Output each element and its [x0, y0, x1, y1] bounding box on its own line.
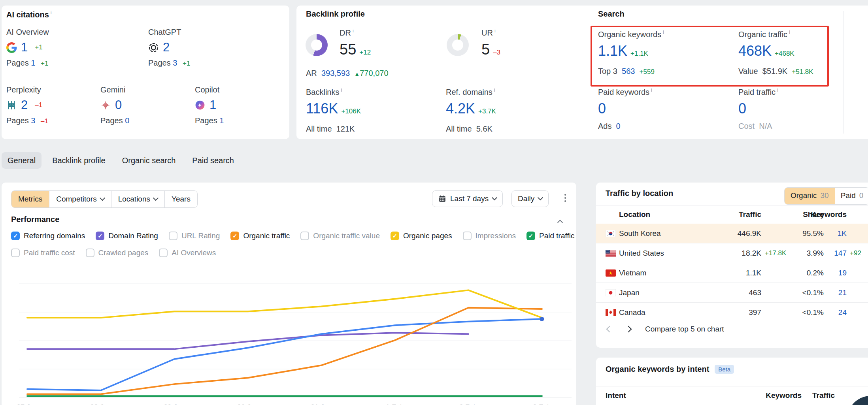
checkbox-unchecked-icon — [86, 249, 94, 257]
ai-item-value-row: 2–1 — [6, 98, 97, 112]
ai-citation-item-perplexity: Perplexity2–1Pages 3 –1 — [6, 85, 97, 125]
granularity-button[interactable]: Daily — [511, 190, 549, 207]
tab-backlink-profile[interactable]: Backlink profile — [46, 152, 111, 169]
ai-item-label: ChatGPT — [148, 28, 239, 37]
date-range-button[interactable]: Last 7 days — [432, 190, 503, 207]
location-keywords-link[interactable]: 1K — [824, 229, 847, 238]
compare-top5-button[interactable]: Compare top 5 on chart — [645, 325, 724, 333]
ur-block: URi 5–3 — [481, 28, 618, 61]
metric-checkbox-url-rating[interactable]: URL Rating — [169, 232, 220, 240]
metric-checkbox-paid-traffic-cost[interactable]: Paid traffic cost — [11, 249, 75, 257]
pages-link[interactable]: 3 — [173, 58, 177, 67]
location-traffic: 397 — [709, 308, 761, 317]
segment-metrics[interactable]: Metrics — [11, 191, 49, 207]
segment-competitors[interactable]: Competitors — [49, 191, 111, 207]
x-axis-label: 28 Jan — [90, 403, 111, 405]
top3-link[interactable]: 563 — [622, 67, 635, 75]
backlinks-block: Backlinksi 116K+106K All time 121K — [306, 87, 442, 134]
metric-checkbox-paid-traffic[interactable]: ✓Paid traffic — [526, 232, 574, 240]
location-traffic: 1.1K — [709, 269, 761, 277]
metric-checkbox-organic-pages[interactable]: ✓Organic pages — [391, 232, 452, 240]
location-keywords-link[interactable]: 19 — [824, 269, 847, 277]
more-options-kebab-icon[interactable] — [564, 194, 566, 202]
metric-checkbox-domain-rating[interactable]: ✓Domain Rating — [96, 232, 158, 240]
x-axis-label: 27 Jan — [17, 403, 38, 405]
x-axis-label: 3 Feb — [533, 403, 551, 405]
metric-checkbox-row: Paid traffic costCrawled pagesAI Overvie… — [11, 249, 216, 257]
metric-checkbox-referring-domains[interactable]: ✓Referring domains — [11, 232, 85, 240]
metric-checkbox-impressions[interactable]: Impressions — [463, 232, 516, 240]
flag-vn-icon — [606, 269, 619, 277]
x-axis-label: 1 Feb — [386, 403, 404, 405]
prev-page-icon[interactable] — [606, 326, 613, 333]
pages-link[interactable]: 1 — [219, 116, 224, 125]
location-traffic: 18.2K — [709, 249, 761, 258]
metric-checkbox-row: ✓Referring domains✓Domain RatingURL Rati… — [11, 232, 574, 240]
x-axis-label: 30 Jan — [237, 403, 259, 405]
pages-link[interactable]: 0 — [125, 116, 129, 125]
pages-link[interactable]: 1 — [31, 58, 35, 67]
beta-badge: Beta — [715, 365, 734, 374]
organic-paid-toggle: Organic30Paid0 — [784, 187, 868, 205]
info-icon[interactable]: i — [494, 87, 495, 93]
tab-general[interactable]: General — [2, 152, 42, 169]
location-row-vietnam: Vietnam1.1K0.2%19 — [596, 263, 868, 283]
tab-organic-search[interactable]: Organic search — [116, 152, 182, 169]
section-divider — [588, 11, 588, 134]
ai-item-label: Gemini — [100, 85, 191, 94]
metric-checkbox-crawled-pages[interactable]: Crawled pages — [86, 249, 149, 257]
location-pagination: Compare top 5 on chart — [607, 325, 724, 333]
chevron-down-icon — [492, 195, 497, 200]
checkbox-checked-icon: ✓ — [526, 232, 535, 240]
ai-citations-title: AI citationsi — [6, 9, 52, 19]
ai-item-label: Copilot — [195, 85, 286, 94]
segment-label: Locations — [118, 191, 150, 207]
info-icon[interactable]: i — [789, 29, 790, 35]
chevron-down-icon — [538, 195, 543, 200]
location-traffic-delta: +17.8K — [761, 249, 798, 257]
metric-checkbox-organic-traffic-value[interactable]: Organic traffic value — [300, 232, 380, 240]
checkbox-unchecked-icon — [159, 249, 168, 257]
flag-kr-icon — [606, 230, 619, 237]
info-icon[interactable]: i — [51, 9, 52, 15]
segment-label: Years — [172, 191, 191, 207]
series-line-organic-traffic — [27, 308, 542, 394]
flag-ca-icon — [606, 309, 619, 316]
ai-item-pages: Pages 1 +1 — [6, 58, 97, 68]
location-name: Japan — [619, 288, 709, 297]
ahrefs-rank: AR 393,593 ▲770,070 — [306, 69, 389, 78]
toggle-paid[interactable]: Paid0 — [835, 188, 868, 204]
metric-checkbox-ai-overviews[interactable]: AI Overviews — [159, 249, 216, 257]
ads-link[interactable]: 0 — [616, 122, 621, 130]
info-icon[interactable]: i — [777, 87, 778, 93]
pages-link[interactable]: 3 — [31, 116, 35, 125]
ai-item-pages: Pages 0 — [100, 116, 191, 125]
metric-label: Organic traffic value — [313, 232, 380, 240]
toggle-organic[interactable]: Organic30 — [785, 188, 835, 204]
info-icon[interactable]: i — [494, 28, 496, 34]
intent-table-header: Intent Keywords Traffic — [596, 386, 868, 405]
location-share: 0.2% — [798, 269, 824, 277]
perplexity-icon — [6, 100, 17, 111]
flag-jp-icon — [606, 289, 619, 296]
x-axis-label: 31 Jan — [311, 403, 332, 405]
ai-item-pages: Pages 1 — [195, 116, 286, 125]
segment-years[interactable]: Years — [164, 191, 197, 207]
ai-item-value: 2 — [21, 98, 28, 112]
metric-checkbox-organic-traffic[interactable]: ✓Organic traffic — [230, 232, 290, 240]
collapse-chevron-up-icon[interactable] — [557, 220, 563, 225]
location-keywords-link[interactable]: 24 — [824, 308, 847, 317]
info-icon[interactable]: i — [341, 87, 342, 93]
tab-paid-search[interactable]: Paid search — [186, 152, 240, 169]
dr-donut-chart — [306, 34, 328, 56]
ai-citation-item-ai-overview: AI Overview1+1Pages 1 +1 — [6, 28, 97, 68]
info-icon[interactable]: i — [663, 29, 664, 35]
location-keywords-link[interactable]: 147 — [824, 249, 847, 258]
segment-locations[interactable]: Locations — [111, 191, 164, 207]
location-keywords-link[interactable]: 21 — [824, 288, 847, 297]
info-icon[interactable]: i — [353, 28, 354, 34]
next-page-icon[interactable] — [625, 326, 632, 333]
metric-label: Organic pages — [403, 232, 452, 240]
ai-citation-item-chatgpt: ChatGPT2Pages 3 +1 — [148, 28, 239, 68]
info-icon[interactable]: i — [651, 87, 652, 93]
